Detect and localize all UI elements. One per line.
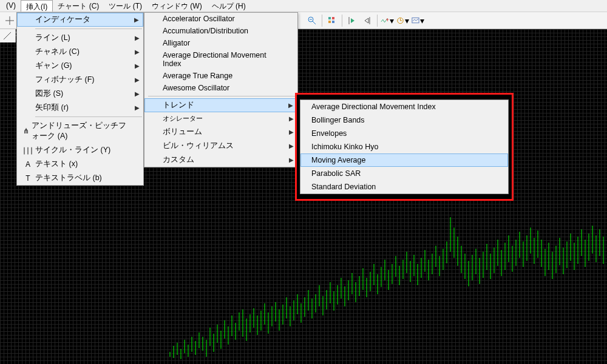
menubar: (V) 挿入(I) チャート (C) ツール (T) ウィンドウ (W) ヘルプ… <box>0 0 607 12</box>
template-icon[interactable]: ▾ <box>410 14 425 27</box>
menu-item-ichi[interactable]: Ichimoku Kinko Hyo <box>300 140 508 153</box>
chevron-right-icon: ▶ <box>135 90 140 97</box>
menu-label: Parabolic SAR <box>311 169 361 178</box>
menu-label: カスタム <box>163 155 194 165</box>
menu-label: テキストラベル (b) <box>35 173 102 183</box>
svg-rect-5 <box>328 17 331 19</box>
menu-label: インディケータ <box>35 15 90 25</box>
separator <box>148 96 296 96</box>
menu-item-text[interactable]: Aテキスト (x) <box>17 157 143 171</box>
menu-view[interactable]: (V) <box>1 0 21 12</box>
menu-item-bill[interactable]: ビル・ウィリアムス▶ <box>144 139 297 153</box>
menu-label: ギャン (G) <box>35 61 72 71</box>
menu-label: Accumulation/Distribution <box>163 27 248 35</box>
menu-label: フィボナッチ (F) <box>35 75 94 85</box>
chevron-right-icon: ▶ <box>135 104 140 111</box>
svg-rect-8 <box>332 21 334 23</box>
indicator-add-icon[interactable]: ▾ <box>380 14 395 27</box>
menu-label: Standard Deviation <box>311 183 376 191</box>
line-tool-icon[interactable] <box>0 29 15 42</box>
candlestick-chart <box>0 206 607 364</box>
menu-item-volume[interactable]: ボリューム▶ <box>144 125 297 139</box>
menu-label: Envelopes <box>311 129 347 138</box>
menu-item-accel[interactable]: Accelerator Oscillator <box>144 13 297 25</box>
side-toolbar <box>0 29 16 42</box>
chevron-right-icon: ▶ <box>289 129 294 135</box>
svg-line-3 <box>313 21 316 24</box>
chevron-right-icon: ▶ <box>134 16 139 23</box>
menu-item-alligator[interactable]: Alligator <box>144 37 297 49</box>
chevron-right-icon: ▶ <box>135 35 140 41</box>
separator <box>342 15 342 27</box>
menu-label: アンドリューズ・ピッチフォーク (A) <box>32 121 131 141</box>
menu-label: Bollinger Bands <box>311 116 365 124</box>
menu-item-shape[interactable]: 図形 (S)▶ <box>17 87 143 101</box>
menu-item-pitchfork[interactable]: ⋔アンドリューズ・ピッチフォーク (A) <box>17 119 143 143</box>
menu-label: オシレーター <box>163 114 203 123</box>
menu-trend-popup: Average Directional Movement Index Bolli… <box>300 99 509 194</box>
menu-item-gann[interactable]: ギャン (G)▶ <box>17 59 143 73</box>
menu-item-awesome[interactable]: Awesome Oscillator <box>144 82 297 94</box>
menu-item-custom[interactable]: カスタム▶ <box>144 153 297 167</box>
highlight-box: Average Directional Movement Index Bolli… <box>295 93 514 201</box>
menu-item-textlabel[interactable]: Tテキストラベル (b) <box>17 171 143 185</box>
menu-tool[interactable]: ツール (T) <box>104 0 147 12</box>
svg-line-17 <box>4 32 11 39</box>
menu-item-admi[interactable]: Average Directional Movement Index <box>144 49 297 70</box>
menu-indicators-popup: Accelerator Oscillator Accumulation/Dist… <box>144 12 298 167</box>
menu-item-ma[interactable]: Moving Average <box>300 153 508 167</box>
menu-item-fibo[interactable]: フィボナッチ (F)▶ <box>17 73 143 87</box>
menu-item-bb[interactable]: Bollinger Bands <box>300 113 508 127</box>
menu-item-psar[interactable]: Parabolic SAR <box>300 167 508 180</box>
menu-window[interactable]: ウィンドウ (W) <box>147 0 207 12</box>
menu-insert-popup: インディケータ ▶ ライン (L)▶ チャネル (C)▶ ギャン (G)▶ フィ… <box>16 12 144 186</box>
menu-label: ライン (L) <box>35 33 70 43</box>
chevron-right-icon: ▶ <box>135 76 140 83</box>
separator <box>35 116 142 117</box>
menu-item-stddev[interactable]: Standard Deviation <box>300 180 508 194</box>
menu-label: ボリューム <box>163 127 202 137</box>
text-icon: A <box>21 160 35 169</box>
separator <box>377 15 378 27</box>
tb-crosshair-icon[interactable] <box>2 14 17 27</box>
chevron-right-icon: ▶ <box>289 143 294 149</box>
shift-end-icon[interactable] <box>345 14 359 27</box>
menu-label: Average True Range <box>163 72 232 80</box>
zoom-out-icon[interactable] <box>305 14 319 27</box>
menu-label: テキスト (x) <box>35 159 78 169</box>
chevron-right-icon: ▶ <box>135 49 140 55</box>
menu-chart[interactable]: チャート (C) <box>53 0 104 12</box>
menu-item-atr[interactable]: Average True Range <box>144 70 297 82</box>
auto-scroll-icon[interactable] <box>360 14 375 27</box>
grid-icon[interactable] <box>325 14 339 27</box>
menu-item-trend-admi[interactable]: Average Directional Movement Index <box>300 100 508 113</box>
pitchfork-icon: ⋔ <box>21 127 32 135</box>
menu-item-arrow[interactable]: 矢印類 (r)▶ <box>17 101 143 115</box>
menu-item-oscillator[interactable]: オシレーター▶ <box>144 112 297 125</box>
menu-item-env[interactable]: Envelopes <box>300 127 508 140</box>
menu-insert[interactable]: 挿入(I) <box>21 0 53 12</box>
menu-item-accum[interactable]: Accumulation/Distribution <box>144 25 297 37</box>
menu-item-channel[interactable]: チャネル (C)▶ <box>17 45 143 59</box>
separator <box>35 29 142 29</box>
svg-rect-6 <box>332 17 334 19</box>
menu-label: 図形 (S) <box>35 89 63 99</box>
menu-label: サイクル・ライン (Y) <box>35 145 110 155</box>
menu-item-line[interactable]: ライン (L)▶ <box>17 31 143 45</box>
menu-help[interactable]: ヘルプ (H) <box>207 0 251 12</box>
menu-label: 矢印類 (r) <box>35 103 69 113</box>
menu-item-cycle[interactable]: ∣∣∣サイクル・ライン (Y) <box>17 143 143 157</box>
menu-label: Accelerator Oscillator <box>163 15 235 23</box>
menu-label: ビル・ウィリアムス <box>163 141 234 151</box>
menu-label: Awesome Oscillator <box>163 84 229 92</box>
menu-label: Average Directional Movement Index <box>311 103 436 111</box>
textlabel-icon: T <box>21 174 35 183</box>
chevron-right-icon: ▶ <box>289 115 294 122</box>
svg-rect-7 <box>328 21 331 23</box>
menu-label: チャネル (C) <box>35 47 80 57</box>
menu-item-trend[interactable]: トレンド▶ <box>144 98 297 112</box>
menu-item-indicators[interactable]: インディケータ ▶ <box>17 13 143 27</box>
menu-label: Moving Average <box>311 156 365 164</box>
menu-label: Average Directional Movement Index <box>163 51 285 68</box>
period-icon[interactable]: ▾ <box>395 14 410 27</box>
